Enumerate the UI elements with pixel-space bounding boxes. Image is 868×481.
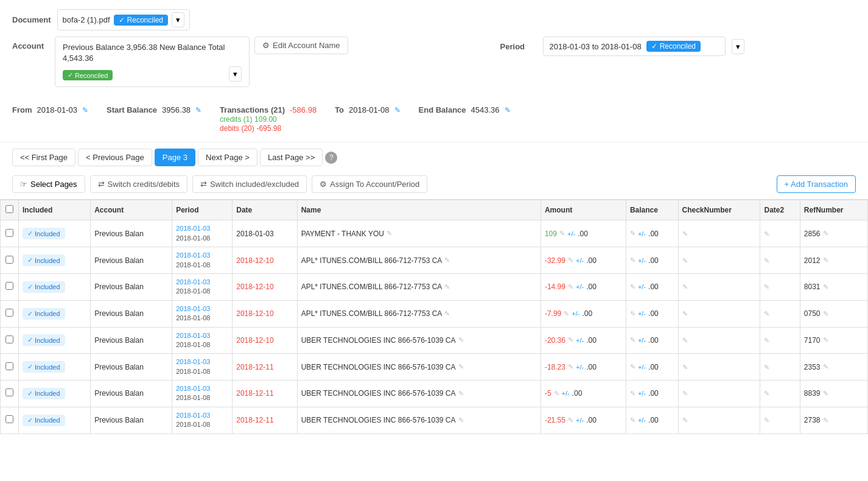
row-balance-7: ✎ +/- .00 (626, 407, 678, 434)
amount-plus-minus[interactable]: +/- (562, 390, 570, 397)
checknumber-edit-icon[interactable]: ✎ (682, 230, 688, 237)
balance-plus-minus[interactable]: +/- (638, 390, 646, 397)
row-checkbox-3[interactable] (5, 309, 13, 317)
checknumber-edit-icon[interactable]: ✎ (682, 363, 688, 371)
refnumber-edit-icon[interactable]: ✎ (823, 363, 828, 371)
refnumber-edit-icon[interactable]: ✎ (823, 230, 828, 237)
date2-edit-icon[interactable]: ✎ (764, 416, 769, 424)
amount-plus-minus[interactable]: +/- (576, 337, 584, 344)
name-edit-icon[interactable]: ✎ (458, 363, 464, 371)
help-icon[interactable]: ? (325, 152, 337, 164)
date2-edit-icon[interactable]: ✎ (764, 230, 769, 237)
balance-plus-minus[interactable]: +/- (638, 257, 646, 264)
name-edit-icon[interactable]: ✎ (444, 256, 450, 264)
name-edit-icon[interactable]: ✎ (444, 310, 450, 318)
checknumber-edit-icon[interactable]: ✎ (682, 283, 688, 290)
to-edit-icon[interactable]: ✎ (394, 106, 401, 114)
row-checkbox-1[interactable] (5, 256, 13, 264)
next-page-button[interactable]: Next Page > (198, 149, 257, 166)
amount-plus-minus[interactable]: +/- (576, 363, 584, 371)
prev-page-button[interactable]: < Previous Page (78, 149, 152, 166)
refnumber-edit-icon[interactable]: ✎ (823, 336, 828, 344)
amount-edit-icon[interactable]: ✎ (568, 256, 573, 264)
edit-account-button[interactable]: ⚙ Edit Account Name (254, 37, 348, 54)
refnumber-edit-icon[interactable]: ✎ (823, 416, 828, 424)
date2-edit-icon[interactable]: ✎ (764, 363, 769, 371)
date2-edit-icon[interactable]: ✎ (764, 337, 769, 344)
account-dropdown-button[interactable]: ▾ (229, 66, 242, 82)
select-pages-button[interactable]: ☞ Select Pages (12, 175, 85, 193)
start-balance-edit-icon[interactable]: ✎ (195, 106, 201, 114)
amount-edit-icon[interactable]: ✎ (554, 390, 559, 398)
from-edit-icon[interactable]: ✎ (82, 106, 88, 114)
name-edit-icon[interactable]: ✎ (444, 283, 450, 291)
check-icon-row: ✓ (27, 283, 33, 291)
date2-edit-icon[interactable]: ✎ (764, 390, 769, 397)
refnumber-edit-icon[interactable]: ✎ (823, 390, 828, 398)
row-name-6: UBER TECHNOLOGIES INC 866-576-1039 CA ✎ (297, 381, 541, 407)
balance-edit-icon[interactable]: ✎ (630, 310, 635, 318)
switch-included-button[interactable]: ⇄ Switch included/excluded (192, 175, 307, 193)
checknumber-edit-icon[interactable]: ✎ (682, 337, 688, 344)
select-all-checkbox[interactable] (5, 205, 13, 213)
amount-edit-icon[interactable]: ✎ (568, 416, 573, 424)
row-checkbox-2[interactable] (5, 282, 13, 290)
document-dropdown-button[interactable]: ▾ (172, 12, 184, 27)
date2-edit-icon[interactable]: ✎ (764, 310, 769, 317)
balance-edit-icon[interactable]: ✎ (630, 256, 635, 264)
balance-edit-icon[interactable]: ✎ (630, 416, 635, 424)
table-header-row: Included Account Period Date Name Amount… (1, 200, 868, 220)
balance-edit-icon[interactable]: ✎ (630, 336, 635, 344)
account-dropdown[interactable]: Previous Balance 3,956.38 New Balance To… (55, 37, 250, 87)
name-edit-icon[interactable]: ✎ (458, 416, 464, 424)
add-transaction-button[interactable]: + Add Transaction (777, 175, 856, 193)
first-page-button[interactable]: << First Page (12, 149, 75, 166)
current-page-button[interactable]: Page 3 (155, 149, 195, 166)
refnumber-edit-icon[interactable]: ✎ (823, 283, 828, 291)
period-dropdown-button[interactable]: ▾ (732, 39, 744, 54)
row-checkbox-0[interactable] (5, 229, 13, 237)
amount-plus-minus[interactable]: +/- (572, 310, 579, 317)
checknumber-edit-icon[interactable]: ✎ (682, 416, 688, 424)
date2-edit-icon[interactable]: ✎ (764, 283, 769, 290)
amount-plus-minus[interactable]: +/- (576, 416, 584, 424)
balance-edit-icon[interactable]: ✎ (630, 390, 635, 398)
amount-edit-icon[interactable]: ✎ (559, 230, 565, 237)
switch-credits-button[interactable]: ⇄ Switch credits/debits (90, 175, 188, 193)
row-included-4: ✓ Included (19, 327, 91, 354)
balance-plus-minus[interactable]: +/- (638, 363, 646, 371)
balance-edit-icon[interactable]: ✎ (630, 363, 635, 371)
amount-edit-icon[interactable]: ✎ (564, 310, 569, 318)
row-checkbox-7[interactable] (5, 415, 13, 423)
name-edit-icon[interactable]: ✎ (387, 230, 392, 237)
refnumber-edit-icon[interactable]: ✎ (823, 256, 828, 264)
checknumber-edit-icon[interactable]: ✎ (682, 310, 688, 317)
assign-account-button[interactable]: ⚙ Assign To Account/Period (312, 175, 427, 193)
name-edit-icon[interactable]: ✎ (458, 390, 464, 398)
last-page-button[interactable]: Last Page >> (260, 149, 323, 166)
end-balance-edit-icon[interactable]: ✎ (505, 106, 511, 114)
amount-plus-minus[interactable]: +/- (576, 283, 584, 290)
amount-edit-icon[interactable]: ✎ (568, 283, 573, 291)
name-edit-icon[interactable]: ✎ (458, 336, 464, 344)
balance-edit-icon[interactable]: ✎ (630, 283, 635, 291)
checknumber-edit-icon[interactable]: ✎ (682, 390, 688, 397)
row-checkbox-6[interactable] (5, 388, 13, 396)
amount-plus-minus[interactable]: +/- (576, 257, 584, 264)
checknumber-edit-icon[interactable]: ✎ (682, 257, 688, 264)
balance-plus-minus[interactable]: +/- (638, 283, 646, 290)
balance-plus-minus[interactable]: +/- (638, 337, 646, 344)
balance-plus-minus[interactable]: +/- (638, 230, 646, 237)
row-checkbox-5[interactable] (5, 362, 13, 370)
row-balance-6: ✎ +/- .00 (626, 381, 678, 407)
row-checkbox-4[interactable] (5, 335, 13, 343)
amount-edit-icon[interactable]: ✎ (568, 363, 573, 371)
date2-edit-icon[interactable]: ✎ (764, 257, 769, 264)
balance-plus-minus[interactable]: +/- (638, 310, 646, 317)
balance-edit-icon[interactable]: ✎ (630, 230, 635, 237)
refnumber-edit-icon[interactable]: ✎ (823, 310, 828, 318)
row-period-4: 2018-01-03 2018-01-08 (172, 327, 233, 354)
balance-plus-minus[interactable]: +/- (638, 416, 646, 424)
amount-plus-minus[interactable]: +/- (567, 230, 575, 237)
amount-edit-icon[interactable]: ✎ (568, 336, 573, 344)
